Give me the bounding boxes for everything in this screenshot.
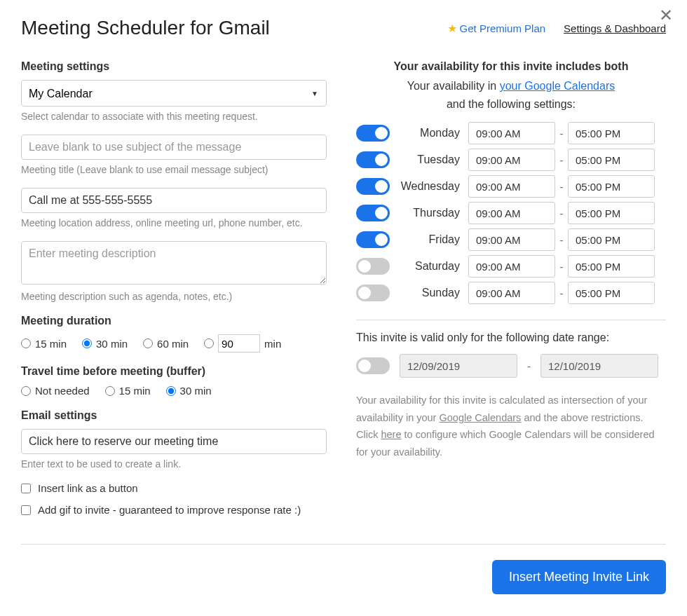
- duration-radios: 15 min 30 min 60 min min: [21, 334, 327, 353]
- availability-heading: Your availability for this invite includ…: [356, 60, 666, 73]
- duration-heading: Meeting duration: [21, 315, 327, 327]
- link-text-helper: Enter text to be used to create a link.: [21, 458, 327, 470]
- buffer-heading: Travel time before meeting (buffer): [21, 365, 327, 378]
- insert-as-button-checkbox[interactable]: Insert link as a button: [21, 482, 327, 494]
- add-gif-checkbox[interactable]: Add gif to invite - guaranteed to improv…: [21, 504, 327, 516]
- day-toggle-wednesday[interactable]: [356, 178, 390, 195]
- google-calendars-link[interactable]: your Google Calendars: [500, 80, 615, 92]
- day-end-input[interactable]: [568, 202, 655, 224]
- day-toggle-tuesday[interactable]: [356, 151, 390, 168]
- day-start-input[interactable]: [468, 122, 555, 144]
- day-row-sunday: Sunday-: [356, 282, 666, 304]
- header-links: ★ Get Premium Plan Settings & Dashboard: [447, 22, 666, 35]
- close-icon[interactable]: ✕: [659, 6, 673, 25]
- time-sep: -: [555, 287, 568, 299]
- day-end-input[interactable]: [568, 175, 655, 198]
- buffer-15[interactable]: 15 min: [105, 385, 151, 397]
- day-toggle-thursday[interactable]: [356, 205, 390, 221]
- day-row-thursday: Thursday-: [356, 202, 666, 224]
- star-icon: ★: [447, 22, 457, 35]
- time-sep: -: [555, 154, 568, 166]
- day-label: Friday: [390, 233, 468, 246]
- day-end-input[interactable]: [568, 255, 655, 278]
- duration-custom[interactable]: min: [204, 334, 281, 353]
- day-label: Sunday: [390, 287, 468, 299]
- day-end-input[interactable]: [568, 282, 655, 304]
- day-toggle-friday[interactable]: [356, 231, 390, 248]
- insert-meeting-link-button[interactable]: Insert Meeting Invite Link: [492, 560, 666, 594]
- day-start-input[interactable]: [468, 202, 555, 224]
- description-helper: Meeting description such as agenda, note…: [21, 291, 327, 302]
- availability-footer-note: Your availability for this invite is cal…: [356, 392, 666, 461]
- meeting-title-input[interactable]: [21, 135, 327, 160]
- premium-link[interactable]: ★ Get Premium Plan: [447, 22, 546, 35]
- page-title: Meeting Scheduler for Gmail: [21, 17, 270, 39]
- day-start-input[interactable]: [468, 149, 555, 171]
- settings-dashboard-link[interactable]: Settings & Dashboard: [564, 22, 666, 34]
- footer-here-link[interactable]: here: [381, 429, 401, 440]
- bottom-bar: Insert Meeting Invite Link: [21, 544, 666, 594]
- meeting-description-input[interactable]: [21, 241, 327, 285]
- availability-sub2: and the following settings:: [356, 98, 666, 111]
- header: Meeting Scheduler for Gmail ★ Get Premiu…: [21, 17, 666, 39]
- day-label: Tuesday: [390, 153, 468, 166]
- date-sep: -: [527, 360, 531, 372]
- day-row-friday: Friday-: [356, 228, 666, 251]
- days-container: Monday-Tuesday-Wednesday-Thursday-Friday…: [356, 122, 666, 304]
- day-label: Thursday: [390, 207, 468, 219]
- duration-custom-input[interactable]: [218, 334, 260, 353]
- calendar-select[interactable]: My Calendar: [21, 80, 327, 107]
- location-helper: Meeting location address, online meeting…: [21, 217, 327, 228]
- calendar-helper: Select calendar to associate with this m…: [21, 111, 327, 122]
- duration-15[interactable]: 15 min: [21, 338, 67, 350]
- day-row-monday: Monday-: [356, 122, 666, 144]
- date-range-toggle[interactable]: [356, 357, 390, 374]
- meeting-location-input[interactable]: [21, 188, 327, 213]
- day-start-input[interactable]: [468, 175, 555, 198]
- date-start-input[interactable]: [400, 354, 517, 378]
- time-sep: -: [555, 261, 568, 273]
- duration-30[interactable]: 30 min: [82, 338, 128, 350]
- date-range-row: -: [356, 354, 666, 378]
- separator: [356, 320, 666, 320]
- buffer-radios: Not needed 15 min 30 min: [21, 385, 327, 397]
- day-row-tuesday: Tuesday-: [356, 149, 666, 171]
- buffer-30[interactable]: 30 min: [166, 385, 212, 397]
- premium-link-label: Get Premium Plan: [460, 22, 546, 34]
- day-toggle-sunday[interactable]: [356, 285, 390, 301]
- day-row-wednesday: Wednesday-: [356, 175, 666, 198]
- day-start-input[interactable]: [468, 228, 555, 251]
- time-sep: -: [555, 128, 568, 139]
- day-end-input[interactable]: [568, 149, 655, 171]
- footer-google-calendars-link[interactable]: Google Calendars: [439, 412, 521, 423]
- time-sep: -: [555, 234, 568, 246]
- email-settings-heading: Email settings: [21, 409, 327, 422]
- time-sep: -: [555, 207, 568, 219]
- time-sep: -: [555, 181, 568, 193]
- day-label: Monday: [390, 127, 468, 139]
- day-toggle-saturday[interactable]: [356, 258, 390, 275]
- date-end-input[interactable]: [540, 354, 658, 378]
- day-toggle-monday[interactable]: [356, 125, 390, 142]
- left-column: Meeting settings My Calendar Select cale…: [21, 60, 327, 526]
- day-label: Wednesday: [390, 180, 468, 193]
- duration-60[interactable]: 60 min: [143, 338, 189, 350]
- right-column: Your availability for this invite includ…: [356, 60, 666, 526]
- day-end-input[interactable]: [568, 228, 655, 251]
- day-row-saturday: Saturday-: [356, 255, 666, 278]
- date-range-heading: This invite is valid only for the follow…: [356, 331, 666, 344]
- day-start-input[interactable]: [468, 255, 555, 278]
- day-label: Saturday: [390, 260, 468, 273]
- availability-sub1: Your availability in your Google Calenda…: [356, 80, 666, 93]
- meeting-settings-heading: Meeting settings: [21, 60, 327, 73]
- title-helper: Meeting title (Leave blank to use email …: [21, 164, 327, 175]
- buffer-none[interactable]: Not needed: [21, 385, 90, 397]
- day-end-input[interactable]: [568, 122, 655, 144]
- day-start-input[interactable]: [468, 282, 555, 304]
- link-text-input[interactable]: [21, 429, 327, 454]
